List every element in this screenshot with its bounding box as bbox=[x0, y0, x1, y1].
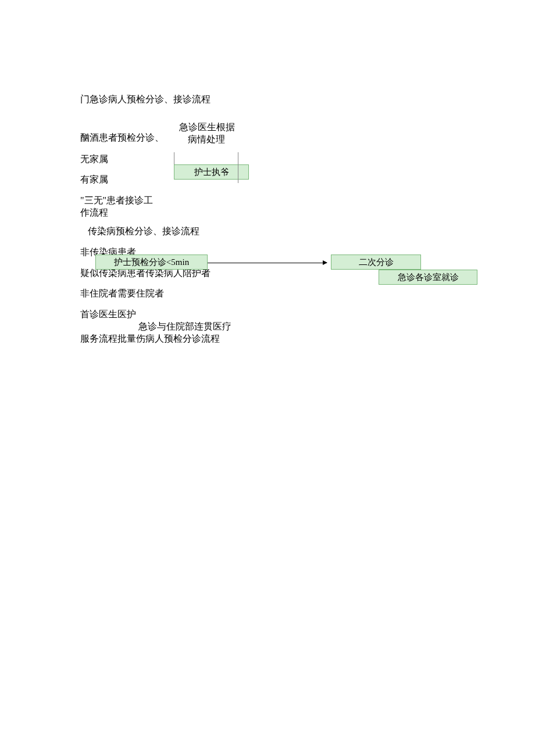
text-infectious-flow: 传染病预检分诊、接诊流程 bbox=[88, 225, 199, 238]
text-batch-injury: 服务流程批量伤病人预检分诊流程 bbox=[80, 332, 220, 345]
box-second-triage-label: 二次分诊 bbox=[359, 257, 394, 268]
divider-left bbox=[174, 152, 174, 164]
arrow-to-second-triage bbox=[208, 263, 327, 263]
text-drunk-patient: 酗酒患者预检分诊、 bbox=[80, 131, 164, 144]
divider-right bbox=[238, 152, 238, 183]
box-emergency-clinic: 急诊各诊室就诊 bbox=[379, 270, 477, 285]
text-has-family: 有家属 bbox=[80, 173, 108, 186]
box-emergency-clinic-label: 急诊各诊室就诊 bbox=[398, 272, 459, 283]
box-nurse-execute-label: 护士执爷 bbox=[194, 167, 229, 178]
text-non-inpatient: 非住院者需要住院者 bbox=[80, 287, 164, 300]
text-three-no-line2: 作流程 bbox=[80, 206, 108, 219]
box-second-triage: 二次分诊 bbox=[331, 255, 421, 270]
text-emergency-inpatient: 急诊与住院部连贯医疗 bbox=[138, 320, 231, 333]
box-nurse-triage-label: 护士预检分诊<5min bbox=[114, 257, 189, 268]
title-text: 门急诊病人预检分诊、接诊流程 bbox=[80, 93, 211, 106]
text-no-family: 无家属 bbox=[80, 153, 108, 166]
text-doctor-line1: 急诊医生根据 bbox=[179, 121, 235, 134]
box-nurse-triage: 护士预检分诊<5min bbox=[95, 255, 208, 270]
text-doctor-line2: 病情处理 bbox=[188, 133, 225, 146]
text-first-doctor: 首诊医生医护 bbox=[80, 308, 136, 321]
text-three-no-line1: "三无"患者接诊工 bbox=[80, 194, 153, 207]
